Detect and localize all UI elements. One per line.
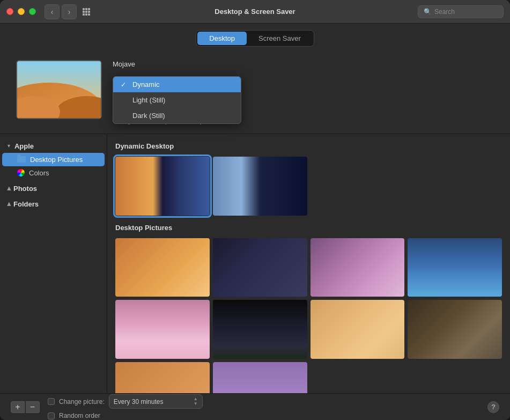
add-button[interactable]: + (11, 401, 25, 413)
change-picture-checkbox[interactable] (48, 398, 55, 405)
svg-rect-0 (83, 8, 85, 10)
section-title-pictures: Desktop Pictures (115, 224, 502, 232)
dynamic-desktop-grid (115, 157, 502, 216)
grid-item-partial-2[interactable] (213, 362, 307, 393)
sidebar-item-label: Desktop Pictures (30, 156, 83, 164)
remove-button[interactable]: − (26, 401, 40, 413)
grid-item-dark-dunes[interactable] (408, 300, 502, 359)
tabs-container: Desktop Screen Saver (0, 24, 510, 52)
dropdown-item-label: Dynamic (132, 80, 160, 89)
grid-item-mojave-dynamic[interactable] (115, 157, 210, 216)
bottom-controls: Change picture: Every 30 minutes ▲ ▼ Ran… (48, 394, 479, 419)
apps-grid-button[interactable] (79, 4, 94, 19)
grid-item-mojave-dynamic-2[interactable] (213, 157, 307, 216)
dropdown-popup: ✓ Dynamic Light (Still) Dark (Still) (113, 76, 241, 124)
dropdown-item-label: Light (Still) (132, 96, 165, 104)
folder-icon (17, 156, 26, 163)
section-desktop-pictures: Desktop Pictures (115, 224, 502, 393)
svg-rect-6 (83, 13, 85, 16)
traffic-lights (6, 8, 36, 15)
titlebar: ‹ › Desktop & Screen Saver 🔍 Search (0, 0, 510, 24)
search-box[interactable]: 🔍 Search (418, 5, 504, 18)
svg-rect-2 (88, 8, 90, 10)
sidebar-section-label: Apple (14, 142, 34, 150)
color-wheel-icon (17, 169, 25, 176)
change-picture-row: Change picture: Every 30 minutes ▲ ▼ (48, 394, 479, 409)
sidebar-item-label: Colors (29, 169, 49, 177)
svg-rect-7 (85, 13, 87, 16)
collapse-icon: ▶ (6, 187, 11, 190)
sidebar-section-folders: ▶ Folders (0, 197, 107, 211)
app-window: ‹ › Desktop & Screen Saver 🔍 Search (0, 0, 510, 420)
sidebar-section-apple: ▼ Apple Desktop Pictures Colors (0, 139, 107, 180)
grid-item-desert-dark[interactable] (213, 238, 307, 297)
grid-item-partial-1[interactable] (115, 362, 210, 393)
grid-placeholder-1 (311, 157, 405, 216)
sidebar-header-folders[interactable]: ▶ Folders (0, 197, 107, 211)
svg-rect-4 (85, 11, 87, 13)
dropdown-item-dynamic[interactable]: ✓ Dynamic (113, 77, 241, 92)
stepper-down-icon[interactable]: ▼ (194, 402, 198, 406)
stepper-arrows: ▲ ▼ (194, 397, 198, 406)
sidebar-header-photos[interactable]: ▶ Photos (0, 182, 107, 195)
minimize-button[interactable] (18, 8, 25, 15)
random-order-checkbox[interactable] (48, 412, 55, 419)
maximize-button[interactable] (29, 8, 36, 15)
dropdown-item-label: Dark (Still) (132, 112, 165, 120)
section-title-dynamic: Dynamic Desktop (115, 142, 502, 150)
grid-placeholder-2 (408, 157, 502, 216)
settings-panel: Mojave ✓ Dynamic Light (Still) Dark (Sti… (113, 60, 494, 126)
svg-rect-3 (83, 11, 85, 13)
svg-rect-1 (85, 8, 87, 10)
change-picture-label: Change picture: (59, 398, 105, 406)
random-order-row: Random order (48, 412, 479, 419)
grid-item-city-night[interactable] (213, 300, 307, 359)
content-panel: Dynamic Desktop Desktop Pictures (107, 134, 510, 393)
back-button[interactable]: ‹ (45, 4, 60, 19)
desktop-pictures-grid (115, 238, 502, 393)
sidebar-section-photos: ▶ Photos (0, 182, 107, 195)
nav-arrows: ‹ › (45, 4, 77, 19)
dropdown-item-dark[interactable]: Dark (Still) (113, 108, 241, 123)
time-dropdown[interactable]: Every 30 minutes ▲ ▼ (109, 394, 203, 409)
sidebar: ▼ Apple Desktop Pictures Colors ▶ Photos (0, 134, 107, 393)
main-panel: ▼ Apple Desktop Pictures Colors ▶ Photos (0, 134, 510, 393)
random-order-label: Random order (59, 412, 100, 419)
grid-item-purple-rock[interactable] (311, 238, 405, 297)
grid-item-sand-dunes[interactable] (311, 300, 405, 359)
search-placeholder: Search (434, 8, 455, 16)
sidebar-section-label: Folders (13, 200, 39, 208)
close-button[interactable] (6, 8, 13, 15)
tab-screen-saver[interactable]: Screen Saver (247, 32, 313, 45)
checkmark-icon: ✓ (121, 81, 128, 89)
top-section: Mojave ✓ Dynamic Light (Still) Dark (Sti… (0, 52, 510, 134)
dropdown-label: Mojave (113, 60, 494, 68)
forward-button[interactable]: › (62, 4, 77, 19)
section-dynamic-desktop: Dynamic Desktop (115, 142, 502, 216)
search-icon: 🔍 (424, 8, 432, 16)
time-dropdown-selected: Every 30 minutes (114, 398, 164, 406)
tab-group: Desktop Screen Saver (196, 30, 314, 47)
grid-item-pink-island[interactable] (115, 300, 210, 359)
add-remove-buttons: + − (11, 401, 40, 413)
sidebar-item-desktop-pictures[interactable]: Desktop Pictures (2, 153, 105, 166)
expand-icon: ▼ (6, 143, 11, 149)
dropdown-item-light[interactable]: Light (Still) (113, 92, 241, 108)
wallpaper-preview (16, 60, 102, 119)
collapse-icon: ▶ (6, 202, 11, 206)
stepper-up-icon[interactable]: ▲ (194, 397, 198, 401)
svg-rect-8 (88, 13, 90, 16)
help-button[interactable]: ? (487, 401, 499, 413)
bottom-bar: + − Change picture: Every 30 minutes ▲ ▼… (0, 393, 510, 420)
grid-item-blue-horizon[interactable] (408, 238, 502, 297)
svg-rect-5 (88, 11, 90, 13)
sidebar-header-apple[interactable]: ▼ Apple (0, 139, 107, 153)
grid-item-desert-light[interactable] (115, 238, 210, 297)
sidebar-item-colors[interactable]: Colors (2, 166, 105, 180)
window-title: Desktop & Screen Saver (215, 8, 295, 16)
tab-desktop[interactable]: Desktop (197, 32, 247, 45)
sidebar-section-label: Photos (13, 185, 37, 193)
